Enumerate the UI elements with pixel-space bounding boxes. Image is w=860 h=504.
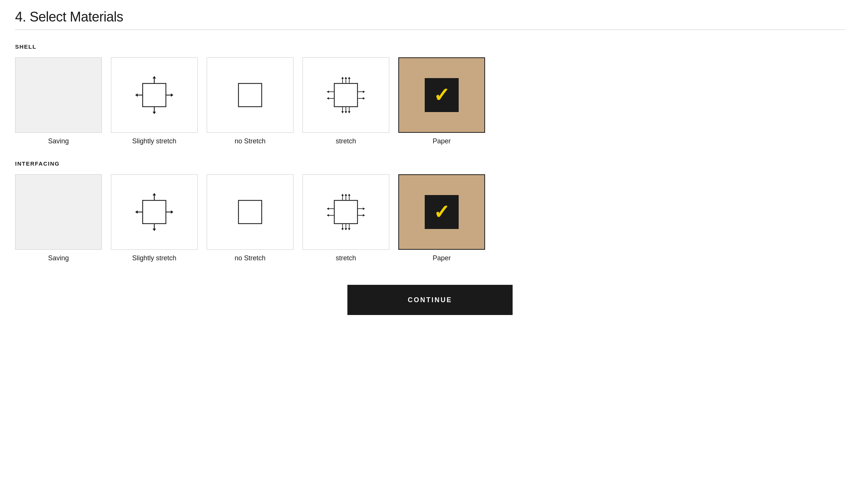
continue-container: CONTINUE xyxy=(15,285,845,315)
material-item-interfacing-saving[interactable]: Saving xyxy=(15,174,102,262)
svg-marker-2 xyxy=(153,76,156,78)
section-interfacing: INTERFACINGSaving Slightly stretch no St… xyxy=(15,160,845,262)
svg-marker-6 xyxy=(135,94,138,97)
svg-marker-26 xyxy=(327,97,329,100)
material-label-shell-saving: Saving xyxy=(48,137,69,145)
material-card-shell-no-stretch xyxy=(207,57,293,133)
svg-marker-20 xyxy=(345,111,347,114)
svg-rect-10 xyxy=(334,83,358,107)
material-card-interfacing-stretch xyxy=(303,174,389,250)
section-label-shell: SHELL xyxy=(15,43,845,50)
material-card-shell-slightly-stretch xyxy=(111,57,198,133)
svg-marker-59 xyxy=(363,207,365,210)
material-item-shell-no-stretch[interactable]: no Stretch xyxy=(207,57,293,145)
material-label-interfacing-no-stretch: no Stretch xyxy=(235,254,266,262)
material-label-interfacing-slightly-stretch: Slightly stretch xyxy=(132,254,176,262)
page-title: 4. Select Materials xyxy=(15,9,845,25)
material-item-shell-stretch[interactable]: stretch xyxy=(303,57,389,145)
material-label-interfacing-stretch: stretch xyxy=(336,254,356,262)
sections-container: SHELLSaving Slightly stretch no Stretch xyxy=(15,43,845,262)
svg-marker-37 xyxy=(135,211,138,214)
svg-marker-24 xyxy=(327,91,329,93)
material-label-interfacing-paper: Paper xyxy=(433,254,451,262)
svg-marker-51 xyxy=(345,228,347,230)
svg-marker-33 xyxy=(153,193,156,195)
svg-marker-53 xyxy=(348,228,351,230)
svg-marker-61 xyxy=(363,214,365,217)
material-label-shell-stretch: stretch xyxy=(336,137,356,145)
material-item-shell-slightly-stretch[interactable]: Slightly stretch xyxy=(111,57,198,145)
material-item-interfacing-no-stretch[interactable]: no Stretch xyxy=(207,174,293,262)
svg-rect-40 xyxy=(238,200,262,224)
svg-marker-16 xyxy=(348,77,351,79)
svg-marker-8 xyxy=(171,94,174,97)
svg-marker-18 xyxy=(341,111,344,114)
divider xyxy=(15,29,845,30)
svg-rect-9 xyxy=(238,83,262,107)
svg-marker-22 xyxy=(348,111,351,114)
material-card-interfacing-slightly-stretch xyxy=(111,174,198,250)
svg-marker-57 xyxy=(327,214,329,217)
svg-marker-30 xyxy=(363,97,365,100)
svg-marker-4 xyxy=(153,112,156,114)
section-shell: SHELLSaving Slightly stretch no Stretch xyxy=(15,43,845,145)
svg-marker-55 xyxy=(327,207,329,210)
svg-marker-45 xyxy=(345,194,347,196)
material-label-shell-slightly-stretch: Slightly stretch xyxy=(132,137,176,145)
svg-marker-43 xyxy=(341,194,344,196)
svg-marker-35 xyxy=(153,229,156,231)
material-label-shell-paper: Paper xyxy=(433,137,451,145)
material-item-shell-paper[interactable]: ✓ Paper xyxy=(398,57,485,145)
material-label-interfacing-saving: Saving xyxy=(48,254,69,262)
continue-button[interactable]: CONTINUE xyxy=(347,285,513,315)
svg-marker-39 xyxy=(171,211,174,214)
material-card-interfacing-paper: ✓ xyxy=(398,174,485,250)
svg-marker-28 xyxy=(363,91,365,93)
material-label-shell-no-stretch: no Stretch xyxy=(235,137,266,145)
material-item-interfacing-slightly-stretch[interactable]: Slightly stretch xyxy=(111,174,198,262)
material-item-interfacing-stretch[interactable]: stretch xyxy=(303,174,389,262)
svg-marker-12 xyxy=(341,77,344,79)
section-label-interfacing: INTERFACING xyxy=(15,160,845,167)
material-card-interfacing-no-stretch xyxy=(207,174,293,250)
material-item-shell-saving[interactable]: Saving xyxy=(15,57,102,145)
svg-rect-0 xyxy=(143,83,166,107)
svg-marker-47 xyxy=(348,194,351,196)
material-card-interfacing-saving xyxy=(15,174,102,250)
material-card-shell-saving xyxy=(15,57,102,133)
material-item-interfacing-paper[interactable]: ✓ Paper xyxy=(398,174,485,262)
svg-rect-41 xyxy=(334,200,358,224)
material-card-shell-paper: ✓ xyxy=(398,57,485,133)
material-row-interfacing: Saving Slightly stretch no Stretch xyxy=(15,174,845,262)
material-card-shell-stretch xyxy=(303,57,389,133)
svg-marker-49 xyxy=(341,228,344,230)
svg-marker-14 xyxy=(345,77,347,79)
material-row-shell: Saving Slightly stretch no Stretch xyxy=(15,57,845,145)
svg-rect-31 xyxy=(143,200,166,224)
